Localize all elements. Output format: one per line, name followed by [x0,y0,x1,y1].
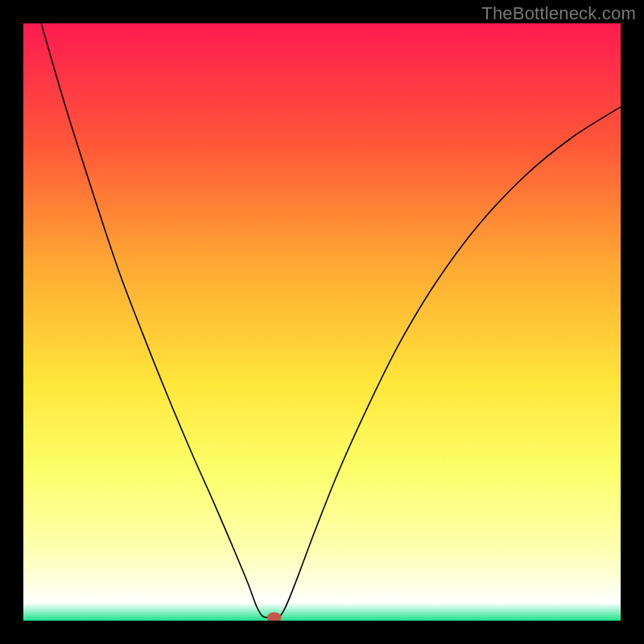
chart-background [23,23,621,621]
watermark-label: TheBottleneck.com [481,3,636,24]
chart-frame: TheBottleneck.com [0,0,644,644]
bottleneck-chart [23,23,621,621]
